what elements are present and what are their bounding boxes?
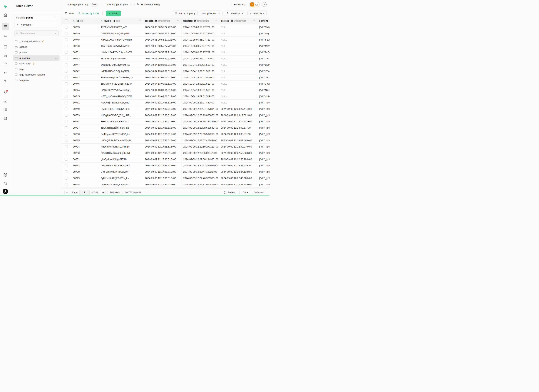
cell-updated_at[interactable]: 2024-10-04 13:09:01.519+00 [181, 68, 219, 74]
cell-deleted_at[interactable]: NULL [219, 43, 257, 49]
cell-created_at[interactable]: 2024-09-09 12:17:36.515+00 [143, 100, 181, 106]
cell-public_id[interactable]: XPQwDIqY6Y75SwDnU-qr_ [99, 87, 143, 93]
cell-content[interactable]: {"id":"NJe5s8ZmBwnoB6e3s [257, 87, 270, 93]
row-checkbox[interactable] [65, 183, 68, 186]
reports-chart-icon[interactable] [2, 97, 9, 105]
row-checkbox[interactable] [65, 139, 68, 142]
cell-deleted_at[interactable]: NULL [219, 87, 257, 93]
realtime-toggle-button[interactable]: Realtime off [224, 10, 246, 16]
row-checkbox[interactable] [65, 158, 68, 161]
chevron-down-icon[interactable] [94, 20, 97, 22]
row-checkbox[interactable] [65, 114, 68, 117]
cell-updated_at[interactable]: 2024-09-09 12:22:56.03542+00 [181, 150, 219, 156]
cell-id[interactable]: 30744 [71, 87, 99, 93]
cell-updated_at[interactable]: 2024-09-09 12:23:15.234146+00 [181, 119, 219, 124]
cell-created_at[interactable]: 2024-10-05 00:55:27.722+00 [143, 56, 181, 62]
cell-content[interactable]: {"id":"3-O8cn_xPgs0cVxqKE [257, 81, 270, 87]
cell-created_at[interactable]: 2024-09-09 12:17:36.515+00 [143, 144, 181, 150]
notifications-button[interactable]: ! [249, 2, 260, 7]
sidebar-table-item[interactable]: profiles [13, 50, 60, 55]
chevrons-up-down-icon[interactable] [100, 3, 103, 6]
cell-id[interactable]: 30731 [71, 163, 99, 169]
cell-created_at[interactable]: 2024-10-04 13:09:01.519+00 [143, 68, 181, 74]
insert-button[interactable]: Insert [106, 10, 121, 16]
plan-badge[interactable]: Free [90, 3, 98, 6]
row-checkbox[interactable] [65, 164, 68, 167]
cell-created_at[interactable]: 2024-09-09 12:17:36.515+00 [143, 163, 181, 169]
sidebar-table-item[interactable]: _prisma_migrations [13, 38, 60, 44]
cell-created_at[interactable]: 2024-10-04 13:09:01.519+00 [143, 81, 181, 87]
chevron-down-icon[interactable] [139, 20, 141, 22]
chevrons-up-down-icon[interactable] [130, 3, 132, 6]
cell-public_id[interactable]: RiqOV6p_5wihLeIAEQyhU [99, 100, 143, 106]
cell-deleted_at[interactable]: NULL [219, 68, 257, 74]
cell-deleted_at[interactable]: NULL [219, 37, 257, 43]
cell-public_id[interactable]: YwEmuWdqT38XoSB048QYp [99, 74, 143, 81]
sql-editor-icon[interactable] [2, 31, 9, 39]
cell-id[interactable]: 30748 [71, 37, 99, 43]
cell-created_at[interactable]: 2024-09-09 12:17:36.515+00 [143, 131, 181, 137]
cell-id[interactable]: 30751 [71, 49, 99, 55]
feedback-button[interactable]: Feedback [232, 2, 247, 7]
cell-id[interactable]: 30734 [71, 144, 99, 150]
cell-updated_at[interactable]: 2024-09-09 12:22:37.955419+00 [181, 181, 219, 187]
row-checkbox[interactable] [65, 38, 68, 41]
logs-list-icon[interactable] [2, 106, 9, 113]
cell-public_id[interactable]: Be4KignzoK9YRGNI3Zgks [99, 131, 143, 137]
chevron-down-icon[interactable] [215, 20, 217, 22]
chevron-down-icon[interactable] [177, 20, 179, 22]
cell-id[interactable]: 30753 [71, 24, 99, 30]
cell-content[interactable]: {"id":"15LSIyT0JGMf3Kl4Vn [257, 74, 270, 81]
cell-updated_at[interactable]: 2024-09-09 12:23:27.437814+00 [181, 106, 219, 112]
cell-deleted_at[interactable]: NULL [219, 74, 257, 81]
table-options-button[interactable]: ... [55, 57, 58, 59]
cell-deleted_at[interactable]: 2024-09-09 12:22:44.138+00 [219, 169, 257, 175]
cell-content[interactable]: {"id":"_Id9aLyJpMHQLaiQC [257, 163, 270, 169]
cell-content[interactable]: {"id":"1VASb3phnXXkQPCpv [257, 56, 270, 62]
auth-lock-icon[interactable] [2, 52, 9, 59]
cell-updated_at[interactable]: 2024-09-09 12:22:59.277128+00 [181, 144, 219, 150]
cell-public_id[interactable]: lEfA0sRh9hIXf62Y6ga75 [99, 24, 143, 30]
table-editor-icon[interactable] [2, 23, 9, 30]
cell-created_at[interactable]: 2024-10-05 00:55:27.722+00 [143, 30, 181, 36]
cell-updated_at[interactable]: 2024-10-05 00:55:27.722+00 [181, 37, 219, 43]
cell-deleted_at[interactable]: NULL [219, 30, 257, 36]
cell-updated_at[interactable]: 2024-10-05 00:55:27.722+00 [181, 56, 219, 62]
row-checkbox[interactable] [65, 76, 68, 79]
cell-deleted_at[interactable]: 2024-09-09 12:23:27.441+00 [219, 106, 257, 112]
cell-created_at[interactable]: 2024-10-04 13:09:01.519+00 [143, 93, 181, 99]
advisor-cursor-icon[interactable] [2, 77, 9, 85]
row-checkbox[interactable] [65, 177, 68, 180]
cell-content[interactable]: {"id":"_Id9aLyJpMHQLaiQC [257, 131, 270, 137]
cell-updated_at[interactable]: 2024-09-09 12:23:19.020076+00 [181, 112, 219, 118]
row-checkbox[interactable] [65, 89, 68, 91]
cell-created_at[interactable]: 2024-09-09 12:17:36.515+00 [143, 169, 181, 175]
advisors-lightbulb-icon[interactable] [2, 89, 9, 96]
cell-created_at[interactable]: 2024-10-05 00:55:27.722+00 [143, 24, 181, 30]
cell-public_id[interactable]: DGEJfJZPQUV9Q-IBqsNSi [99, 30, 143, 36]
cell-deleted_at[interactable]: 2024-09-09 12:22:50.298+00 [219, 156, 257, 162]
cell-content[interactable]: {"id":"_Id9aLyJpMHQLaiQC [257, 119, 270, 124]
cell-updated_at[interactable]: 2024-10-05 00:55:27.722+00 [181, 43, 219, 49]
cell-public_id[interactable]: bzwXazHgax6UIR58j6Fn3 [99, 125, 143, 131]
cell-id[interactable]: 30730 [71, 169, 99, 175]
database-icon[interactable] [2, 43, 9, 51]
schema-select[interactable]: schema: public [14, 15, 58, 20]
cell-content[interactable]: {"id":"rtHbLpgB8V11LUK7152 [257, 93, 270, 99]
cell-public_id[interactable]: FHHUioa3bidd00BHyLeZt [99, 119, 143, 124]
select-all-checkbox[interactable] [65, 19, 68, 22]
row-checkbox[interactable] [65, 57, 68, 60]
cell-id[interactable]: 30733 [71, 150, 99, 156]
cell-content[interactable]: {"id":"5b7j5Pz9WHBNmY_A [257, 24, 270, 30]
settings-gear-icon[interactable] [2, 171, 9, 178]
cell-id[interactable]: 30729 [71, 175, 99, 181]
cell-deleted_at[interactable]: NULL [219, 93, 257, 99]
row-checkbox[interactable] [65, 108, 68, 110]
column-header-id[interactable]: idint8 [71, 18, 99, 24]
cell-created_at[interactable]: 2024-09-09 12:17:36.515+00 [143, 175, 181, 181]
cell-content[interactable]: {"id":"_Id9aLyJpMHQLaiQC [257, 181, 270, 187]
row-checkbox[interactable] [65, 95, 68, 98]
page-number-input[interactable] [79, 190, 90, 195]
enable-branching-button[interactable]: Enable branching [137, 3, 160, 6]
cell-created_at[interactable]: 2024-09-09 12:17:36.515+00 [143, 119, 181, 124]
